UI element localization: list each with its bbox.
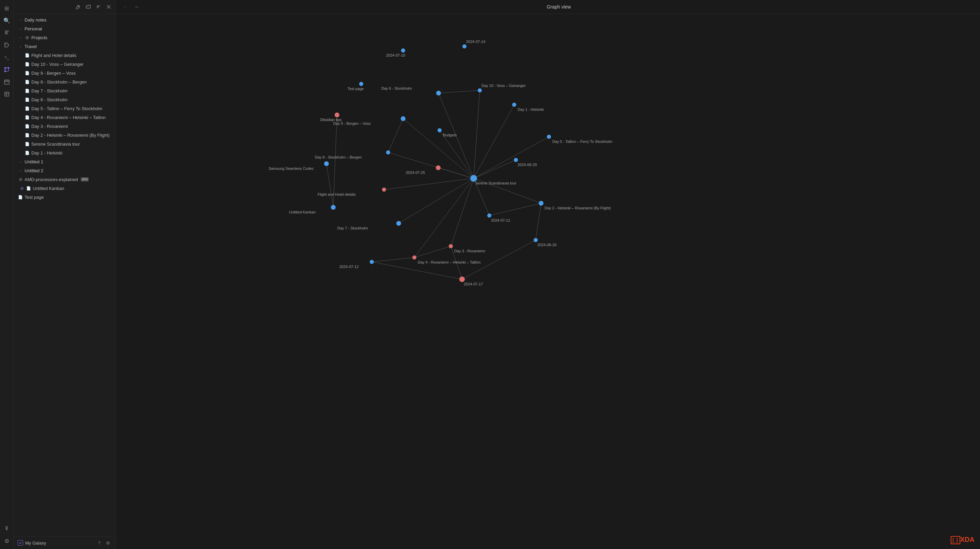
- svg-point-4: [5, 44, 6, 45]
- template-icon[interactable]: [2, 89, 12, 100]
- forward-button[interactable]: →: [132, 3, 140, 11]
- svg-line-35: [438, 168, 474, 178]
- sidebar-item-day3[interactable]: 📄 Day 3 - Rovaniemi: [22, 122, 114, 131]
- sidebar-item-day2[interactable]: 📄 Day 2 - Helsinki – Rovaniemi (By Fligh…: [22, 131, 114, 139]
- sidebar-item-label: Projects: [31, 35, 48, 40]
- vault-name: My Galaxy: [25, 541, 94, 546]
- bottom-settings-icon[interactable]: ⚙: [2, 535, 12, 546]
- svg-line-23: [384, 178, 474, 190]
- files-icon[interactable]: ⊞: [2, 3, 12, 14]
- svg-point-65: [412, 255, 417, 260]
- sidebar-item-label: AMD-processors-explained: [24, 177, 78, 182]
- bookmarks-icon[interactable]: [2, 27, 12, 38]
- command-icon[interactable]: >_: [2, 52, 12, 63]
- svg-point-93: [335, 113, 339, 117]
- svg-text:Day 4 - Rovaniemi – Helsinki –: Day 4 - Rovaniemi – Helsinki – Tallinn: [418, 260, 480, 264]
- sidebar-item-day1[interactable]: 📄 Day 1 - Helsinki: [22, 148, 114, 157]
- svg-text:Day 6 - Stockholm: Day 6 - Stockholm: [381, 86, 412, 90]
- sidebar-item-day9[interactable]: 📄 Day 9 - Bergen – Voss: [22, 69, 114, 77]
- svg-point-85: [534, 238, 538, 242]
- svg-point-71: [512, 103, 516, 107]
- file-icon: 📄: [24, 97, 30, 102]
- arrow-icon: →: [18, 168, 23, 173]
- svg-point-57: [386, 150, 390, 155]
- svg-point-75: [401, 48, 405, 53]
- arrow-icon: →: [18, 26, 23, 31]
- file-icon: 📄: [24, 88, 30, 93]
- arrow-icon: →: [18, 159, 23, 164]
- sidebar-item-label: Test page: [24, 195, 44, 200]
- sidebar-item-day5[interactable]: 📄 Day 5 - Tallinn – Ferry To Stockholm: [22, 104, 114, 113]
- close-sidebar-icon[interactable]: [105, 3, 113, 11]
- xda-logo: [ ]XDA: [951, 536, 975, 544]
- svg-point-67: [449, 244, 453, 248]
- tags-icon[interactable]: [2, 40, 12, 51]
- svg-line-47: [326, 164, 333, 207]
- sidebar-item-personal[interactable]: → Personal: [15, 24, 114, 33]
- svg-text:Day 10 - Voss – Geiranger: Day 10 - Voss – Geiranger: [482, 83, 526, 88]
- svg-line-39: [388, 119, 403, 152]
- svg-point-77: [462, 44, 466, 48]
- sort-icon[interactable]: [94, 3, 103, 11]
- sidebar-item-flight-hotel[interactable]: 📄 Flight and Hotel details: [22, 51, 114, 60]
- svg-point-53: [478, 88, 482, 93]
- sidebar-item-label: Day 7 - Stockholm: [31, 88, 67, 93]
- sidebar-item-day6[interactable]: 📄 Day 6 - Stockholm: [22, 95, 114, 104]
- sidebar-item-untitled2[interactable]: → Untitled 2: [15, 166, 114, 175]
- kanban-icon: ⊞: [19, 185, 24, 191]
- back-button[interactable]: ←: [121, 3, 129, 11]
- svg-point-59: [396, 221, 401, 226]
- sidebar-item-serene[interactable]: 📄 Serene Scandinavia tour: [22, 139, 114, 148]
- graph-container[interactable]: Serene Scandinavia tourFlight and Hotel …: [116, 14, 980, 549]
- svg-text:2024-07-17: 2024-07-17: [464, 282, 483, 286]
- sidebar-item-label: Untitled Kanban: [33, 186, 64, 191]
- file-icon: 📄: [24, 132, 30, 138]
- file-icon: 📄: [24, 115, 30, 120]
- sidebar-item-travel[interactable]: ↓ Travel: [15, 42, 114, 51]
- svg-rect-10: [5, 80, 9, 84]
- svg-point-81: [514, 158, 518, 162]
- svg-text:Untitled Kanban: Untitled Kanban: [289, 210, 315, 214]
- svg-point-55: [401, 116, 406, 121]
- footer-settings-icon[interactable]: ⚙: [105, 539, 111, 546]
- svg-text:Day 5 - Tallinn – Ferry To Sto: Day 5 - Tallinn – Ferry To Stockholm: [552, 139, 612, 144]
- sidebar-item-label: Travel: [24, 44, 37, 49]
- sidebar-item-day8[interactable]: 📄 Day 8 - Stockholm – Bergen: [22, 77, 114, 86]
- arrow-icon: →: [18, 35, 23, 40]
- icon-bar: ⊞ 🔍 >_ 🎙 ⚙: [0, 0, 14, 549]
- sidebar-item-test-page[interactable]: 📄 Test page: [15, 193, 114, 201]
- svg-line-40: [372, 257, 414, 262]
- graph-svg: Serene Scandinavia tourFlight and Hotel …: [116, 14, 980, 549]
- calendar-icon[interactable]: [2, 77, 12, 87]
- arrow-icon: →: [18, 17, 23, 22]
- sidebar-item-label: Day 1 - Helsinki: [31, 150, 62, 155]
- new-folder-icon[interactable]: [84, 3, 92, 11]
- sidebar-item-amd[interactable]: ⊞ AMD-processors-explained JPG: [15, 175, 114, 184]
- sidebar-item-label: Day 5 - Tallinn – Ferry To Stockholm: [31, 106, 102, 111]
- sidebar-item-daily-notes[interactable]: → Daily notes: [15, 15, 114, 24]
- sidebar-item-day10[interactable]: 📄 Day 10 - Voss – Geiranger: [22, 60, 114, 69]
- svg-rect-14: [5, 92, 9, 96]
- svg-point-87: [370, 260, 374, 264]
- sidebar-item-untitled1[interactable]: → Untitled 1: [15, 157, 114, 166]
- svg-point-91: [359, 82, 363, 86]
- svg-line-41: [414, 246, 451, 257]
- sidebar-item-day4[interactable]: 📄 Day 4 - Rovaniemi – Helsinki – Tallinn: [22, 113, 114, 122]
- sidebar-item-kanban[interactable]: ⊞ 📄 Untitled Kanban: [15, 184, 114, 193]
- help-icon[interactable]: ?: [96, 539, 103, 546]
- svg-text:Budgets: Budgets: [443, 133, 457, 137]
- file-icon: 📄: [24, 70, 30, 76]
- arrow-down-icon: ↓: [18, 44, 23, 49]
- sidebar-item-label: Day 8 - Stockholm – Bergen: [31, 80, 87, 85]
- vault-icon: [18, 540, 23, 546]
- svg-line-17: [78, 6, 79, 7]
- search-icon[interactable]: 🔍: [2, 15, 12, 26]
- graph-icon[interactable]: [2, 64, 12, 75]
- new-note-icon[interactable]: [74, 3, 82, 11]
- sidebar-item-projects[interactable]: → ⚙ Projects: [15, 33, 114, 42]
- svg-line-44: [536, 203, 541, 240]
- sidebar-item-day7[interactable]: 📄 Day 7 - Stockholm: [22, 86, 114, 95]
- mic-icon[interactable]: 🎙: [2, 523, 12, 534]
- file-icon: 📄: [24, 53, 30, 58]
- sidebar-item-label: Day 9 - Bergen – Voss: [31, 70, 76, 76]
